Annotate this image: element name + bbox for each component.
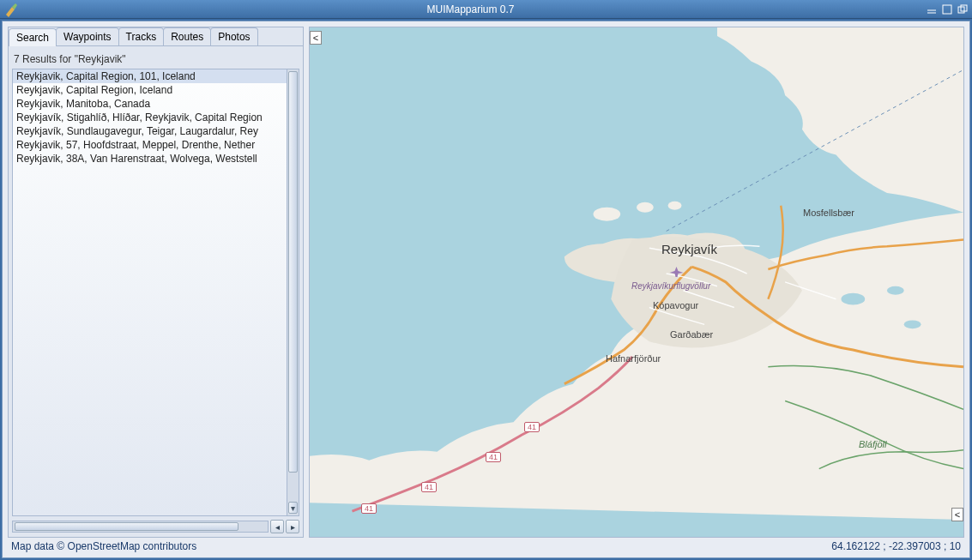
results-hscroll[interactable] (12, 521, 269, 533)
window-title: MUIMapparium 0.7 (19, 3, 922, 15)
content-frame: Search Waypoints Tracks Routes Photos 7 … (2, 21, 970, 558)
route-shield-41: 41 (524, 422, 540, 432)
tab-tracks[interactable]: Tracks (118, 27, 165, 45)
route-shield-41: 41 (486, 452, 501, 462)
svg-point-5 (637, 202, 654, 213)
route-shield-41: 41 (361, 503, 377, 514)
minimize-icon[interactable] (926, 3, 938, 15)
svg-point-9 (904, 320, 921, 328)
search-result[interactable]: Reykjavik, Capital Region, Iceland (13, 83, 287, 97)
svg-point-4 (594, 208, 621, 221)
search-result[interactable]: Reykjavík, Stigahlíð, Hlíðar, Reykjavik,… (13, 111, 287, 124)
main-area: Search Waypoints Tracks Routes Photos 7 … (8, 27, 964, 538)
hscroll-thumb[interactable] (15, 522, 238, 531)
hscroll-left-icon[interactable]: ◂ (270, 520, 284, 533)
route-shield-41: 41 (421, 482, 437, 492)
tab-photos[interactable]: Photos (210, 27, 257, 45)
collapse-panel-left-button[interactable]: < (310, 31, 322, 45)
statusbar: Map data © OpenStreetMap contributors 64… (8, 538, 964, 552)
hscroll-right-icon[interactable]: ▸ (286, 520, 299, 533)
svg-point-6 (668, 202, 682, 210)
map-canvas (310, 27, 963, 520)
search-result[interactable]: Reykjavík, Sundlaugavegur, Teigar, Lauga… (13, 124, 287, 138)
tab-search[interactable]: Search (9, 28, 57, 46)
zoom-icon[interactable] (941, 3, 953, 15)
vscroll-thumb[interactable] (288, 71, 298, 473)
search-panel: 7 Results for "Reykjavik" Reykjavik, Cap… (9, 46, 303, 537)
svg-rect-0 (943, 5, 951, 14)
results-bottom-bar: ◂ ▸ (12, 520, 299, 533)
status-attribution: Map data © OpenStreetMap contributors (11, 540, 196, 552)
svg-point-7 (841, 293, 865, 305)
svg-point-8 (887, 286, 904, 295)
tab-routes[interactable]: Routes (163, 27, 211, 45)
search-result[interactable]: Reykjavik, Manitoba, Canada (13, 97, 287, 111)
depth-icon[interactable] (957, 3, 969, 15)
search-result[interactable]: Reykjavik, 57, Hoofdstraat, Meppel, Dren… (13, 138, 287, 152)
results-vscroll[interactable]: ▾ (287, 69, 299, 515)
status-coordinates: 64.162122 ; -22.397003 ; 10 (831, 540, 961, 552)
search-result[interactable]: Reykjavik, Capital Region, 101, Iceland (13, 69, 287, 83)
tab-bar: Search Waypoints Tracks Routes Photos (9, 27, 303, 46)
app-icon (3, 2, 19, 17)
tab-waypoints[interactable]: Waypoints (56, 27, 119, 45)
side-panel: Search Waypoints Tracks Routes Photos 7 … (8, 27, 304, 538)
collapse-panel-right-button[interactable]: < (951, 508, 963, 521)
results-header: 7 Results for "Reykjavik" (12, 50, 299, 69)
search-result[interactable]: Reykjavik, 38A, Van Harenstraat, Wolvega… (13, 152, 287, 166)
map-panel[interactable]: < < Reykjavík Mosfellsbær Kópavogur Garð… (309, 27, 964, 538)
vscroll-down-icon[interactable]: ▾ (288, 502, 298, 514)
results-items: Reykjavik, Capital Region, 101, Iceland … (13, 69, 287, 515)
results-list: Reykjavik, Capital Region, 101, Iceland … (12, 69, 299, 516)
titlebar: MUIMapparium 0.7 (0, 0, 972, 19)
